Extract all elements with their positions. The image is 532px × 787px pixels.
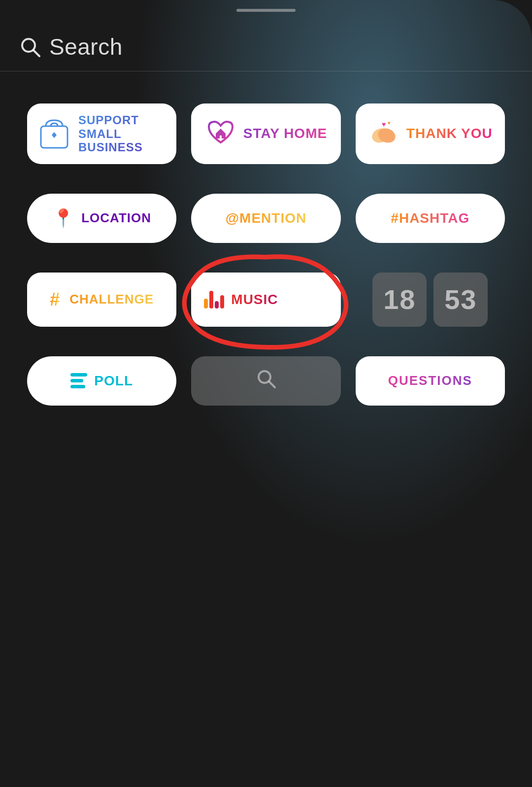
sticker-questions[interactable]: QUESTIONS: [356, 356, 505, 406]
svg-text:♥: ♥: [388, 120, 391, 126]
challenge-hash-icon: #: [50, 289, 60, 310]
music-label: MUSIC: [231, 292, 278, 308]
poll-label: POLL: [94, 373, 133, 389]
questions-label: QUESTIONS: [388, 374, 472, 388]
location-icon: 📍: [52, 208, 74, 229]
notch-line: [236, 9, 296, 12]
search-label: Search: [49, 34, 123, 60]
sticker-tray: SUPPORT SMALL BUSINESS: [27, 76, 505, 406]
hashtag-label: #HASHTAG: [391, 210, 469, 226]
featured-row: SUPPORT SMALL BUSINESS: [27, 103, 505, 164]
sticker-thank-you[interactable]: ♥ ♥ THANK YOU: [356, 103, 505, 164]
music-sticker-wrap: MUSIC: [191, 273, 340, 327]
sticker-search-button[interactable]: [191, 356, 340, 406]
sticker-support-small-business[interactable]: SUPPORT SMALL BUSINESS: [27, 103, 176, 164]
svg-line-1: [33, 50, 39, 56]
support-small-business-label: SUPPORT SMALL BUSINESS: [78, 113, 166, 154]
tags-row: 📍 LOCATION @MENTION #HASHTAG: [27, 194, 505, 243]
sticker-stay-home[interactable]: STAY HOME: [191, 103, 340, 164]
search-bar[interactable]: Search: [0, 25, 532, 71]
music-bars-icon: [204, 291, 224, 308]
bottom-row: POLL QUESTIONS: [27, 356, 505, 406]
sticker-location[interactable]: 📍 LOCATION: [27, 194, 176, 243]
mention-label: @MENTION: [226, 210, 306, 226]
time-digit-2: 53: [433, 273, 488, 327]
search-icon: [20, 36, 40, 57]
location-label: LOCATION: [81, 211, 151, 226]
stay-home-label: STAY HOME: [243, 126, 327, 141]
sticker-hashtag[interactable]: #HASHTAG: [356, 194, 505, 243]
time-digit-1: 18: [372, 273, 427, 327]
phone-frame: Search SUPPORT SMALL BUSINESS: [0, 0, 532, 787]
time-display[interactable]: 18 53: [356, 273, 505, 327]
interact-row: # CHALLENGE MUSIC: [27, 273, 505, 327]
svg-text:♥: ♥: [382, 120, 386, 128]
sticker-challenge[interactable]: # CHALLENGE: [27, 273, 176, 327]
challenge-label: CHALLENGE: [69, 292, 154, 307]
svg-line-8: [269, 381, 275, 387]
poll-lines-icon: [70, 373, 87, 388]
thank-you-label: THANK YOU: [406, 126, 493, 141]
sticker-music[interactable]: MUSIC: [191, 273, 340, 327]
sticker-mention[interactable]: @MENTION: [191, 194, 340, 243]
search-sticker-icon: [255, 368, 277, 394]
sticker-poll[interactable]: POLL: [27, 356, 176, 406]
